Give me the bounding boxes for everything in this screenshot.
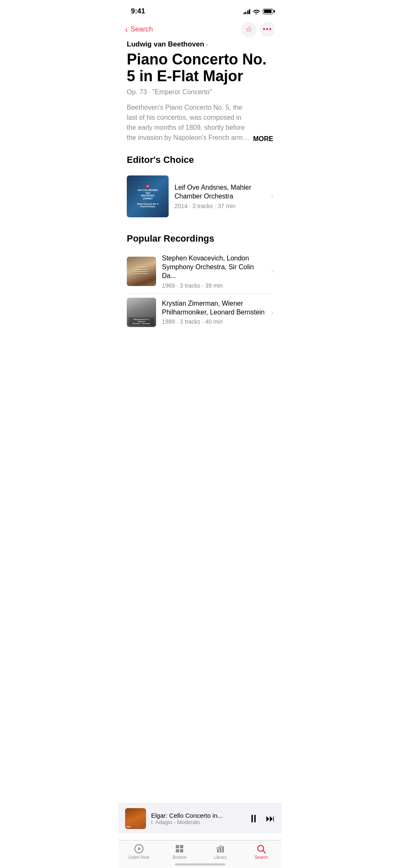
recording-album-art-1: BeethovenPiano ConcertosPiano Sonata No.… bbox=[127, 257, 156, 286]
recording-album-art-2: Klavierkonzert Nr. 5 "Emperor"Bernstein … bbox=[127, 298, 156, 327]
back-label: Search bbox=[131, 25, 153, 33]
main-content: Ludwig van Beethoven › Piano Concerto No… bbox=[118, 40, 282, 331]
artist-chevron-icon: › bbox=[206, 41, 208, 48]
recording-name-2: Krystian Zimerman, Wiener Philharmoniker… bbox=[162, 299, 265, 317]
favorite-button[interactable]: ☆ bbox=[241, 22, 256, 37]
work-subtitle: Op. 73 · "Emperor Concerto" bbox=[127, 88, 273, 96]
more-button[interactable]: ••• bbox=[260, 22, 275, 37]
status-bar: 9:41 bbox=[118, 0, 282, 20]
work-title: Piano Concerto No. 5 in E-Flat Major bbox=[127, 51, 273, 84]
wifi-icon bbox=[253, 8, 260, 14]
recording-meta-2: 1989 · 3 tracks · 40 min bbox=[162, 318, 265, 325]
star-icon: ☆ bbox=[246, 25, 252, 34]
editors-choice-item[interactable]: ■ LEIF OVE ANDSNESTHEBEETHOVENJOURNEYPia… bbox=[127, 171, 273, 222]
status-time: 9:41 bbox=[131, 7, 145, 15]
editors-choice-name: Leif Ove Andsnes, Mahler Chamber Orchest… bbox=[174, 183, 265, 201]
chevron-icon: › bbox=[271, 193, 273, 200]
artist-name: Ludwig van Beethoven bbox=[127, 40, 204, 49]
back-chevron-icon: ‹ bbox=[125, 25, 128, 33]
signal-icon bbox=[244, 8, 251, 14]
status-icons bbox=[244, 8, 274, 14]
recording-info-2: Krystian Zimerman, Wiener Philharmoniker… bbox=[162, 299, 265, 325]
editors-choice-section: Editor's Choice ■ LEIF OVE ANDSNESTHEBEE… bbox=[127, 155, 273, 222]
artist-link[interactable]: Ludwig van Beethoven › bbox=[127, 40, 273, 49]
popular-recording-item[interactable]: Klavierkonzert Nr. 5 "Emperor"Bernstein … bbox=[127, 294, 273, 331]
recording-name-1: Stephen Kovacevich, London Symphony Orch… bbox=[162, 254, 265, 280]
popular-recordings-section: Popular Recordings BeethovenPiano Concer… bbox=[127, 233, 273, 331]
recording-info-1: Stephen Kovacevich, London Symphony Orch… bbox=[162, 254, 265, 288]
nav-bar: ‹ Search ☆ ••• bbox=[118, 20, 282, 40]
chevron-icon: › bbox=[271, 309, 273, 316]
popular-recordings-title: Popular Recordings bbox=[127, 233, 273, 244]
nav-actions: ☆ ••• bbox=[241, 22, 275, 37]
editors-choice-title: Editor's Choice bbox=[127, 155, 273, 165]
battery-icon bbox=[263, 9, 273, 14]
popular-recording-item[interactable]: BeethovenPiano ConcertosPiano Sonata No.… bbox=[127, 250, 273, 293]
ellipsis-icon: ••• bbox=[263, 25, 272, 34]
editors-choice-album-art: ■ LEIF OVE ANDSNESTHEBEETHOVENJOURNEYPia… bbox=[127, 175, 169, 217]
description-section: Beethoven's Piano Concerto No. 5, the la… bbox=[127, 103, 273, 143]
more-button[interactable]: MORE bbox=[251, 135, 273, 143]
editors-choice-meta: 2014 · 3 tracks · 37 min bbox=[174, 203, 265, 209]
recording-meta-1: 1969 · 3 tracks · 39 min bbox=[162, 282, 265, 289]
back-button[interactable]: ‹ Search bbox=[125, 25, 153, 33]
editors-choice-info: Leif Ove Andsnes, Mahler Chamber Orchest… bbox=[174, 183, 265, 209]
chevron-icon: › bbox=[271, 268, 273, 275]
